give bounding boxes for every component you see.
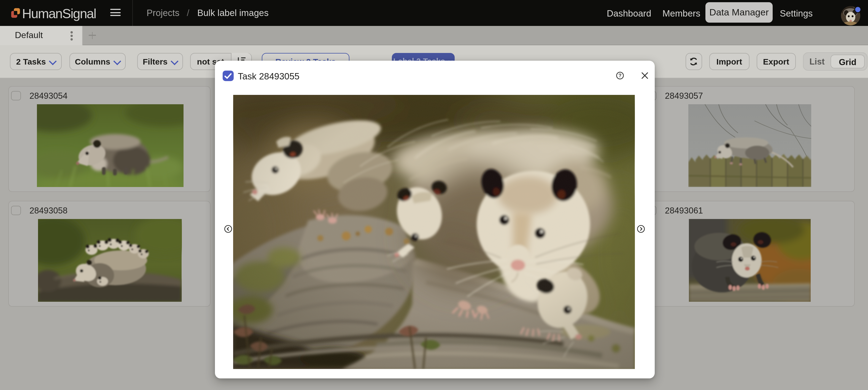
svg-text:?: ? (619, 73, 622, 78)
